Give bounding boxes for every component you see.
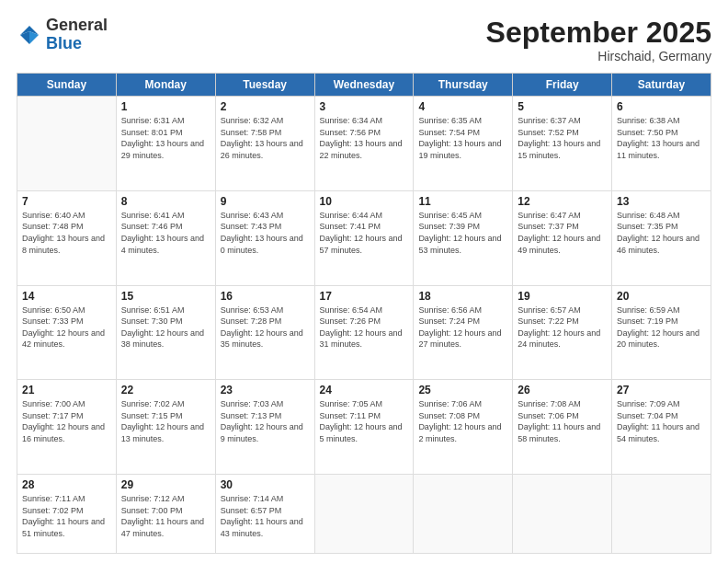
weekday-header: Friday: [513, 74, 612, 97]
day-info: Sunrise: 7:14 AMSunset: 6:57 PMDaylight:…: [221, 493, 310, 539]
day-number: 19: [518, 290, 607, 303]
calendar-cell: [513, 474, 612, 553]
calendar-cell: 14Sunrise: 6:50 AMSunset: 7:33 PMDayligh…: [17, 285, 117, 380]
day-number: 5: [518, 100, 607, 113]
calendar-cell: 6Sunrise: 6:38 AMSunset: 7:50 PMDaylight…: [612, 97, 711, 191]
day-info: Sunrise: 6:38 AMSunset: 7:50 PMDaylight:…: [617, 115, 706, 161]
day-number: 3: [320, 100, 409, 113]
calendar-cell: 24Sunrise: 7:05 AMSunset: 7:11 PMDayligh…: [314, 380, 414, 475]
day-info: Sunrise: 6:48 AMSunset: 7:35 PMDaylight:…: [617, 210, 706, 256]
day-number: 7: [22, 195, 111, 208]
calendar-cell: 26Sunrise: 7:08 AMSunset: 7:06 PMDayligh…: [513, 380, 612, 475]
day-info: Sunrise: 6:34 AMSunset: 7:56 PMDaylight:…: [320, 115, 409, 161]
day-number: 16: [221, 290, 310, 303]
calendar-cell: 5Sunrise: 6:37 AMSunset: 7:52 PMDaylight…: [513, 97, 612, 191]
day-number: 22: [121, 384, 210, 396]
day-number: 14: [22, 290, 111, 303]
day-number: 1: [121, 100, 210, 113]
calendar-cell: 22Sunrise: 7:02 AMSunset: 7:15 PMDayligh…: [116, 380, 215, 475]
calendar-cell: 8Sunrise: 6:41 AMSunset: 7:46 PMDaylight…: [116, 190, 215, 285]
calendar-cell: 7Sunrise: 6:40 AMSunset: 7:48 PMDaylight…: [17, 190, 117, 285]
calendar-cell: [414, 474, 513, 553]
calendar-cell: 20Sunrise: 6:59 AMSunset: 7:19 PMDayligh…: [612, 285, 711, 380]
day-info: Sunrise: 7:02 AMSunset: 7:15 PMDaylight:…: [121, 398, 210, 444]
calendar-cell: 15Sunrise: 6:51 AMSunset: 7:30 PMDayligh…: [116, 285, 215, 380]
day-number: 2: [221, 100, 310, 113]
calendar-cell: 3Sunrise: 6:34 AMSunset: 7:56 PMDaylight…: [314, 97, 414, 191]
day-info: Sunrise: 7:08 AMSunset: 7:06 PMDaylight:…: [518, 398, 607, 444]
day-number: 26: [518, 384, 607, 396]
day-info: Sunrise: 6:56 AMSunset: 7:24 PMDaylight:…: [418, 304, 507, 350]
day-number: 17: [320, 290, 409, 303]
calendar-header-row: SundayMondayTuesdayWednesdayThursdayFrid…: [17, 74, 711, 97]
calendar-row: 14Sunrise: 6:50 AMSunset: 7:33 PMDayligh…: [17, 285, 711, 380]
calendar-table: SundayMondayTuesdayWednesdayThursdayFrid…: [17, 73, 711, 554]
day-info: Sunrise: 7:00 AMSunset: 7:17 PMDaylight:…: [22, 398, 111, 444]
day-info: Sunrise: 6:51 AMSunset: 7:30 PMDaylight:…: [121, 304, 210, 350]
day-info: Sunrise: 6:57 AMSunset: 7:22 PMDaylight:…: [518, 304, 607, 350]
day-info: Sunrise: 6:59 AMSunset: 7:19 PMDaylight:…: [617, 304, 706, 350]
day-number: 6: [617, 100, 706, 113]
logo-blue: Blue: [46, 35, 108, 53]
calendar-cell: 16Sunrise: 6:53 AMSunset: 7:28 PMDayligh…: [215, 285, 314, 380]
day-info: Sunrise: 6:37 AMSunset: 7:52 PMDaylight:…: [518, 115, 607, 161]
calendar-cell: 21Sunrise: 7:00 AMSunset: 7:17 PMDayligh…: [17, 380, 117, 475]
calendar-cell: [314, 474, 414, 553]
calendar-cell: 17Sunrise: 6:54 AMSunset: 7:26 PMDayligh…: [314, 285, 414, 380]
day-info: Sunrise: 7:12 AMSunset: 7:00 PMDaylight:…: [121, 493, 210, 539]
day-number: 9: [221, 195, 310, 208]
calendar-row: 28Sunrise: 7:11 AMSunset: 7:02 PMDayligh…: [17, 474, 711, 553]
calendar-cell: 28Sunrise: 7:11 AMSunset: 7:02 PMDayligh…: [17, 474, 117, 553]
calendar-cell: 29Sunrise: 7:12 AMSunset: 7:00 PMDayligh…: [116, 474, 215, 553]
day-number: 11: [418, 195, 507, 208]
day-number: 12: [518, 195, 607, 208]
day-info: Sunrise: 6:35 AMSunset: 7:54 PMDaylight:…: [418, 115, 507, 161]
day-number: 21: [22, 384, 111, 396]
day-info: Sunrise: 6:31 AMSunset: 8:01 PMDaylight:…: [121, 115, 210, 161]
calendar-cell: 11Sunrise: 6:45 AMSunset: 7:39 PMDayligh…: [414, 190, 513, 285]
day-number: 25: [418, 384, 507, 396]
day-number: 15: [121, 290, 210, 303]
calendar-cell: 27Sunrise: 7:09 AMSunset: 7:04 PMDayligh…: [612, 380, 711, 475]
day-info: Sunrise: 6:54 AMSunset: 7:26 PMDaylight:…: [320, 304, 409, 350]
calendar-cell: 30Sunrise: 7:14 AMSunset: 6:57 PMDayligh…: [215, 474, 314, 553]
calendar-cell: 12Sunrise: 6:47 AMSunset: 7:37 PMDayligh…: [513, 190, 612, 285]
day-info: Sunrise: 6:45 AMSunset: 7:39 PMDaylight:…: [418, 210, 507, 256]
day-info: Sunrise: 7:03 AMSunset: 7:13 PMDaylight:…: [221, 398, 310, 444]
day-number: 4: [418, 100, 507, 113]
day-number: 23: [221, 384, 310, 396]
calendar-cell: 23Sunrise: 7:03 AMSunset: 7:13 PMDayligh…: [215, 380, 314, 475]
calendar-cell: 1Sunrise: 6:31 AMSunset: 8:01 PMDaylight…: [116, 97, 215, 191]
day-info: Sunrise: 7:11 AMSunset: 7:02 PMDaylight:…: [22, 493, 111, 539]
calendar-cell: 13Sunrise: 6:48 AMSunset: 7:35 PMDayligh…: [612, 190, 711, 285]
calendar-cell: 10Sunrise: 6:44 AMSunset: 7:41 PMDayligh…: [314, 190, 414, 285]
calendar-cell: 9Sunrise: 6:43 AMSunset: 7:43 PMDaylight…: [215, 190, 314, 285]
day-info: Sunrise: 6:40 AMSunset: 7:48 PMDaylight:…: [22, 210, 111, 256]
day-number: 24: [320, 384, 409, 396]
header: General Blue September 2025 Hirschaid, G…: [17, 17, 711, 63]
day-info: Sunrise: 6:50 AMSunset: 7:33 PMDaylight:…: [22, 304, 111, 350]
logo-text: General Blue: [46, 17, 108, 53]
calendar-cell: 19Sunrise: 6:57 AMSunset: 7:22 PMDayligh…: [513, 285, 612, 380]
day-number: 27: [617, 384, 706, 396]
logo-general: General: [46, 17, 108, 35]
day-info: Sunrise: 6:43 AMSunset: 7:43 PMDaylight:…: [221, 210, 310, 256]
svg-marker-1: [29, 31, 39, 44]
weekday-header: Monday: [116, 74, 215, 97]
logo: General Blue: [17, 17, 108, 53]
calendar-cell: [17, 97, 117, 191]
weekday-header: Saturday: [612, 74, 711, 97]
calendar-cell: 2Sunrise: 6:32 AMSunset: 7:58 PMDaylight…: [215, 97, 314, 191]
title-block: September 2025 Hirschaid, Germany: [486, 17, 711, 63]
day-number: 30: [221, 478, 310, 491]
day-info: Sunrise: 7:06 AMSunset: 7:08 PMDaylight:…: [418, 398, 507, 444]
day-number: 8: [121, 195, 210, 208]
calendar-cell: [612, 474, 711, 553]
title-month: September 2025: [486, 17, 711, 49]
day-info: Sunrise: 7:05 AMSunset: 7:11 PMDaylight:…: [320, 398, 409, 444]
weekday-header: Tuesday: [215, 74, 314, 97]
calendar-cell: 4Sunrise: 6:35 AMSunset: 7:54 PMDaylight…: [414, 97, 513, 191]
day-number: 20: [617, 290, 706, 303]
page: General Blue September 2025 Hirschaid, G…: [0, 0, 728, 563]
day-info: Sunrise: 7:09 AMSunset: 7:04 PMDaylight:…: [617, 398, 706, 444]
